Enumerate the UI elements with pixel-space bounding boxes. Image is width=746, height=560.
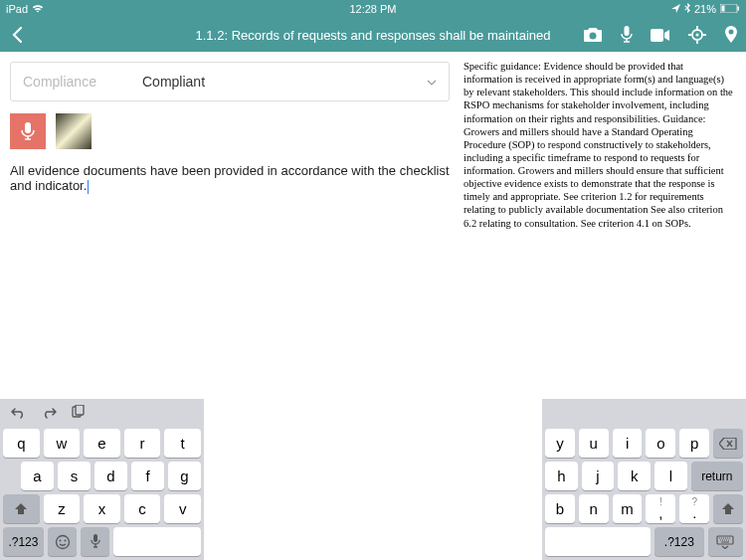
redo-button[interactable] — [41, 405, 57, 423]
keyboard-left: q w e r t a s d f g z x c v .?123 — [0, 399, 204, 560]
key-h[interactable]: h — [545, 462, 578, 490]
space-key-right[interactable] — [545, 527, 651, 556]
svg-rect-1 — [722, 6, 725, 12]
split-keyboard: q w e r t a s d f g z x c v .?123 — [0, 399, 746, 560]
battery-pct: 21% — [694, 3, 716, 15]
key-z[interactable]: z — [44, 494, 81, 523]
numbers-key[interactable]: .?123 — [3, 527, 44, 556]
svg-rect-5 — [651, 29, 663, 42]
key-p[interactable]: p — [679, 429, 709, 458]
key-x[interactable]: x — [84, 494, 120, 523]
record-audio-button[interactable] — [10, 113, 46, 149]
content-area: Compliance Compliant All evidence docume… — [0, 52, 746, 399]
svg-point-12 — [56, 535, 69, 548]
bluetooth-icon — [684, 3, 690, 15]
key-o[interactable]: o — [646, 429, 675, 458]
key-m[interactable]: m — [613, 494, 643, 523]
photo-attachment[interactable] — [56, 113, 92, 149]
svg-point-7 — [696, 34, 699, 37]
return-key[interactable]: return — [691, 462, 743, 490]
key-q[interactable]: q — [3, 429, 40, 458]
key-a[interactable]: a — [21, 462, 54, 490]
svg-rect-9 — [25, 122, 31, 133]
compliance-value: Compliant — [142, 74, 427, 90]
left-panel: Compliance Compliant All evidence docume… — [0, 52, 460, 399]
app-header: 1.1.2: Records of requests and responses… — [0, 18, 746, 52]
keyboard-right: y u i o p h j k l return b n m !, ?. .?1… — [542, 399, 746, 560]
svg-rect-15 — [93, 534, 97, 542]
chevron-down-icon — [427, 75, 437, 89]
hide-keyboard-key[interactable] — [708, 527, 743, 556]
svg-point-8 — [729, 30, 734, 35]
dictate-key[interactable] — [81, 527, 109, 556]
svg-rect-11 — [76, 405, 84, 415]
target-icon[interactable] — [688, 26, 706, 44]
key-i[interactable]: i — [613, 429, 643, 458]
key-u[interactable]: u — [579, 429, 609, 458]
svg-rect-2 — [738, 7, 740, 11]
key-n[interactable]: n — [579, 494, 609, 523]
key-punct1[interactable]: !, — [646, 494, 675, 523]
pin-icon[interactable] — [724, 26, 738, 44]
key-e[interactable]: e — [84, 429, 120, 458]
svg-point-14 — [64, 539, 66, 541]
svg-point-3 — [590, 33, 597, 40]
guidance-panel: Specific guidance: Evidence should be pr… — [460, 52, 746, 399]
shift-key-right[interactable] — [713, 494, 743, 523]
note-text-input[interactable]: All evidence documents have been provide… — [10, 163, 450, 194]
key-r[interactable]: r — [124, 429, 161, 458]
key-f[interactable]: f — [131, 462, 164, 490]
key-c[interactable]: c — [124, 494, 161, 523]
space-key-left[interactable] — [113, 527, 201, 556]
backspace-key[interactable] — [713, 429, 743, 458]
emoji-key[interactable] — [48, 527, 77, 556]
key-l[interactable]: l — [654, 462, 687, 490]
text-cursor — [88, 180, 89, 194]
key-b[interactable]: b — [545, 494, 575, 523]
note-text-content: All evidence documents have been provide… — [10, 163, 450, 193]
battery-icon — [720, 3, 740, 15]
key-k[interactable]: k — [618, 462, 651, 490]
attachment-row — [10, 113, 450, 149]
key-y[interactable]: y — [545, 429, 575, 458]
shift-key[interactable] — [3, 494, 40, 523]
key-j[interactable]: j — [582, 462, 615, 490]
wifi-icon — [32, 3, 44, 15]
status-bar: iPad 12:28 PM 21% — [0, 0, 746, 18]
microphone-icon[interactable] — [621, 26, 633, 44]
key-g[interactable]: g — [168, 462, 201, 490]
video-icon[interactable] — [651, 29, 670, 42]
compliance-label: Compliance — [23, 74, 142, 90]
clock: 12:28 PM — [349, 3, 396, 15]
key-punct2[interactable]: ?. — [679, 494, 709, 523]
location-arrow-icon — [671, 3, 680, 15]
key-d[interactable]: d — [94, 462, 127, 490]
compliance-dropdown[interactable]: Compliance Compliant — [10, 62, 450, 101]
key-s[interactable]: s — [58, 462, 91, 490]
key-t[interactable]: t — [164, 429, 201, 458]
key-v[interactable]: v — [164, 494, 201, 523]
paste-button[interactable] — [71, 405, 85, 423]
numbers-key-right[interactable]: .?123 — [654, 527, 704, 556]
svg-rect-4 — [625, 26, 630, 36]
key-w[interactable]: w — [44, 429, 81, 458]
undo-button[interactable] — [11, 405, 27, 423]
device-label: iPad — [6, 3, 28, 15]
camera-icon[interactable] — [583, 27, 603, 43]
page-title: 1.1.2: Records of requests and responses… — [196, 28, 551, 43]
svg-point-13 — [59, 539, 61, 541]
back-button[interactable] — [8, 25, 28, 45]
